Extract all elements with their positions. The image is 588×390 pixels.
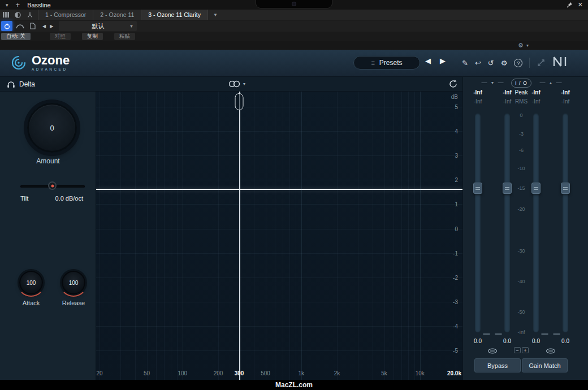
gain-minus-button[interactable]: − bbox=[514, 347, 521, 353]
rms-value-4: -Inf bbox=[561, 98, 569, 105]
copy-button[interactable]: 复制 bbox=[82, 33, 103, 40]
grid-line-h bbox=[96, 155, 462, 156]
grid-line-v bbox=[275, 92, 275, 380]
delta-label: Delta bbox=[19, 80, 35, 88]
close-icon[interactable]: ✕ bbox=[578, 1, 583, 8]
host-edit-row: 自动: 关 对照 复制 粘贴 bbox=[0, 32, 588, 41]
release-knob[interactable]: 100 bbox=[62, 271, 85, 294]
grid-line-v bbox=[401, 92, 402, 380]
bypass-button[interactable]: Bypass bbox=[474, 358, 521, 372]
meter-scale-label: 0 bbox=[520, 112, 522, 118]
grid-line-v bbox=[301, 92, 302, 380]
meter-fader-handle-4[interactable] bbox=[561, 183, 570, 194]
grid-line-h bbox=[96, 253, 462, 254]
delta-button[interactable]: Delta bbox=[7, 79, 35, 90]
attack-knob[interactable]: 100 bbox=[19, 271, 43, 294]
grid-line-v bbox=[218, 92, 219, 380]
grid-line-v bbox=[289, 92, 290, 380]
wet-dry-circle-icon[interactable] bbox=[12, 10, 24, 20]
preset-name: 默认 bbox=[92, 22, 104, 31]
db-tick-label: 4 bbox=[455, 128, 458, 135]
db-tick-label: -3 bbox=[453, 298, 458, 305]
meter-fader-handle-2[interactable] bbox=[503, 183, 512, 194]
history-icon[interactable]: ↺ bbox=[488, 59, 494, 67]
output-link-icon[interactable] bbox=[546, 348, 556, 354]
preset-selector[interactable]: 默认 ▼ bbox=[59, 21, 137, 31]
input-link-icon[interactable] bbox=[487, 348, 498, 354]
reference-swap-icon[interactable] bbox=[537, 58, 546, 67]
meter-scale-label: -20 bbox=[517, 206, 525, 212]
window-menu-chevron-icon[interactable]: ▾ bbox=[6, 2, 8, 8]
settings-gear-icon[interactable]: ⚙ bbox=[501, 59, 508, 67]
amount-value: 0 bbox=[50, 124, 54, 132]
preset-file-icon[interactable] bbox=[27, 21, 38, 31]
mixer-columns-icon[interactable] bbox=[0, 10, 12, 20]
list-icon: ≡ bbox=[371, 59, 374, 66]
meter-track-1[interactable] bbox=[475, 113, 481, 332]
db-tick-label: -2 bbox=[453, 274, 458, 280]
grid-line-v bbox=[156, 92, 157, 380]
meter-track-3[interactable] bbox=[533, 113, 539, 332]
toolbar-divider bbox=[529, 58, 530, 68]
meter-track-2[interactable] bbox=[504, 113, 510, 332]
rms-caption: RMS bbox=[515, 98, 528, 105]
grid-line-h bbox=[96, 302, 462, 302]
grid-line-h bbox=[96, 350, 462, 351]
channel-selector[interactable]: ▾ bbox=[228, 80, 245, 88]
host-tab-1[interactable]: 1 - Compressor bbox=[38, 10, 93, 20]
grid-line-v bbox=[183, 92, 183, 380]
ozone-logo: Ozone ADVANCED bbox=[10, 54, 70, 71]
stereo-circles-icon bbox=[228, 80, 240, 88]
host-tab-3[interactable]: 3 - Ozone 11 Clarity bbox=[141, 10, 208, 20]
gain-match-button[interactable]: Gain Match bbox=[522, 358, 568, 372]
grid-line-v bbox=[100, 92, 100, 380]
meter-fader-handle-3[interactable] bbox=[531, 183, 541, 194]
grid-line-h bbox=[96, 180, 462, 180]
native-instruments-logo bbox=[552, 57, 568, 69]
freq-tick-label: 20.0k bbox=[447, 370, 461, 376]
compare-button[interactable]: 对照 bbox=[50, 33, 71, 40]
freq-tick-label: 50 bbox=[144, 370, 150, 376]
gear-icon: ⚙ bbox=[518, 42, 524, 49]
meter-scale-label: -Inf bbox=[517, 330, 525, 335]
preset-back-button[interactable]: ◀ bbox=[425, 57, 431, 64]
watermark: MacZL.com bbox=[275, 381, 313, 389]
host-tab-2[interactable]: 2 - Ozone 11 bbox=[93, 10, 141, 20]
db-tick-label: 0 bbox=[455, 226, 458, 232]
gain-plus-button[interactable]: + bbox=[522, 347, 529, 353]
io-toggle-button[interactable]: I / O bbox=[511, 79, 531, 88]
meter-fader-handle-1[interactable] bbox=[473, 183, 482, 194]
clarity-curve[interactable] bbox=[96, 189, 462, 190]
amount-knob[interactable]: 0 bbox=[27, 103, 77, 153]
presets-button[interactable]: ≡ Presets bbox=[353, 56, 420, 70]
compare-curve-icon[interactable] bbox=[14, 21, 25, 31]
preset-next-icon[interactable]: ▶ bbox=[50, 24, 53, 29]
plugin-power-button[interactable] bbox=[1, 21, 12, 31]
help-icon[interactable]: ? bbox=[514, 59, 522, 67]
automation-toggle[interactable]: 自动: 关 bbox=[1, 33, 31, 40]
preset-prev-icon[interactable]: ◀ bbox=[42, 24, 46, 29]
edit-pencil-icon[interactable]: ✎ bbox=[462, 59, 468, 67]
add-tab-icon[interactable]: + bbox=[16, 1, 20, 8]
preset-forward-button[interactable]: ▶ bbox=[440, 57, 446, 64]
db-tick-label: -5 bbox=[453, 348, 458, 354]
tilt-label: Tilt bbox=[20, 195, 28, 202]
output-meter-floor-marks bbox=[542, 333, 560, 335]
db-tick-label: 2 bbox=[455, 177, 458, 183]
ozone-header: Ozone ADVANCED ≡ Presets ◀ ▶ ✎ ↩ ↺ ⚙ ? bbox=[0, 50, 588, 77]
freq-tick-label: 20 bbox=[96, 370, 102, 376]
output-meter-marker: ▲ bbox=[540, 81, 562, 85]
pin-icon[interactable] bbox=[567, 2, 573, 8]
undo-icon[interactable]: ↩ bbox=[475, 59, 481, 67]
circular-arrow-icon[interactable] bbox=[448, 79, 458, 91]
tab-dropdown-chevron-icon[interactable]: ▼ bbox=[213, 10, 218, 20]
tilt-slider-handle[interactable] bbox=[48, 181, 57, 190]
routing-split-icon[interactable] bbox=[24, 10, 36, 20]
settings-menu[interactable]: ⚙▾ bbox=[518, 41, 529, 50]
spectrum-canvas[interactable]: dB 543210-1-2-3-4-520501002003005001k2k5… bbox=[96, 92, 462, 380]
gain-value-3: 0.0 bbox=[532, 338, 540, 344]
paste-button[interactable]: 粘贴 bbox=[114, 33, 135, 40]
meter-track-4[interactable] bbox=[563, 113, 568, 332]
grid-line-v bbox=[456, 92, 456, 380]
db-tick-label: -4 bbox=[453, 323, 458, 329]
